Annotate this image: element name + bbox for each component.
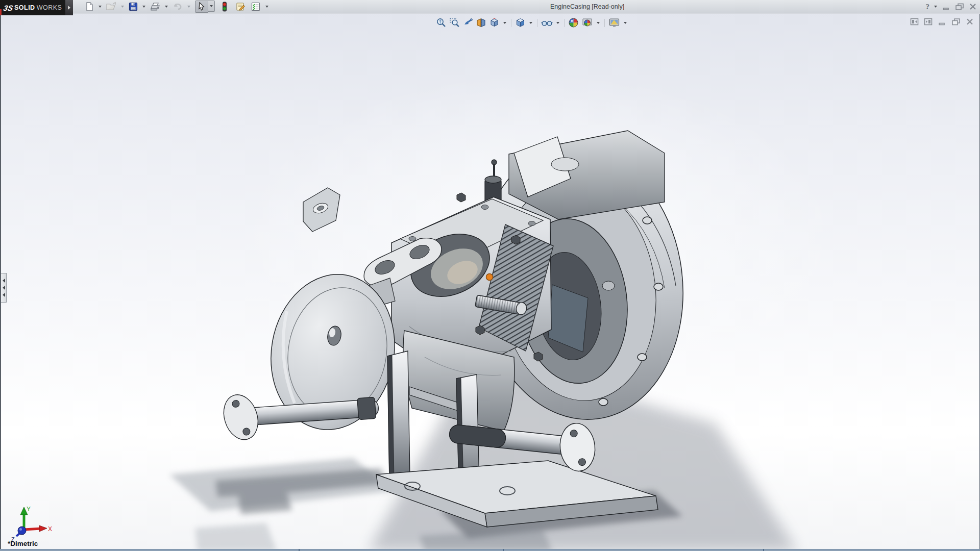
collapse-arrow-icon — [3, 293, 5, 297]
toolbar-separator — [511, 19, 511, 27]
collapse-arrow-icon — [3, 279, 5, 283]
reference-triad: Y X Z — [7, 505, 53, 543]
triad-x-label: X — [48, 525, 52, 533]
display-style-button[interactable] — [514, 17, 526, 29]
edit-appearance-button[interactable] — [568, 17, 579, 29]
graphics-area[interactable]: Y X Z *Dimetric — [0, 14, 980, 549]
status-bar-edge — [0, 549, 980, 551]
view-orientation-icon — [489, 17, 500, 28]
flyout-arrow-icon — [68, 6, 70, 10]
pane-toggle-right-button[interactable] — [924, 18, 933, 26]
eyeglasses-icon — [541, 17, 553, 28]
zoom-to-fit-icon — [436, 17, 447, 28]
collapse-arrow-icon — [3, 286, 5, 290]
brand-solid: SOLID — [14, 4, 35, 11]
zoom-to-area-icon — [449, 17, 460, 28]
engine-casing-model[interactable] — [1, 0, 980, 551]
previous-view-button[interactable] — [462, 17, 474, 29]
document-window-controls — [910, 18, 974, 26]
brand-mark: 3S — [3, 4, 14, 12]
upper-left-bracket — [303, 188, 340, 232]
logo-red-accent — [0, 9, 2, 15]
brand-works: WORKS — [37, 4, 62, 11]
section-view-icon — [476, 17, 486, 28]
hide-show-items-button[interactable] — [541, 17, 553, 29]
view-orientation-label: *Dimetric — [8, 540, 38, 547]
feature-manager-collapsed-tab[interactable] — [1, 273, 7, 303]
view-orientation-dropdown[interactable] — [503, 22, 506, 24]
apply-scene-dropdown[interactable] — [597, 22, 600, 24]
toolbar-separator — [537, 19, 537, 27]
solidworks-logo: 3S SOLIDWORKS — [0, 0, 65, 15]
heads-up-view-toolbar — [435, 17, 628, 29]
pane-toggle-left-button[interactable] — [910, 18, 919, 26]
view-settings-icon — [608, 17, 620, 28]
toolbar-flyout-button[interactable] — [65, 0, 73, 15]
apply-scene-icon — [581, 17, 593, 28]
triad-y-label: Y — [27, 506, 31, 513]
zoom-to-fit-button[interactable] — [435, 17, 447, 29]
zoom-to-area-button[interactable] — [449, 17, 460, 29]
view-settings-button[interactable] — [608, 17, 621, 29]
display-style-icon — [515, 17, 526, 28]
close-document-button[interactable] — [966, 18, 974, 26]
solidworks-window: 3S SOLIDWORKS — [0, 0, 980, 551]
view-settings-dropdown[interactable] — [624, 22, 627, 24]
toolbar-separator — [564, 19, 565, 27]
appearance-sphere-icon — [568, 17, 579, 28]
section-view-button[interactable] — [475, 17, 487, 29]
pane-splitter-tick — [299, 549, 300, 551]
restore-document-button[interactable] — [951, 18, 961, 26]
orange-vertex-marker[interactable] — [486, 274, 493, 281]
hide-show-items-dropdown[interactable] — [556, 22, 559, 24]
pane-splitter-tick — [503, 549, 504, 551]
view-orientation-button[interactable] — [488, 17, 500, 29]
minimize-document-button[interactable] — [938, 18, 946, 26]
display-style-dropdown[interactable] — [529, 22, 532, 24]
toolbar-separator — [604, 19, 605, 27]
previous-view-icon — [462, 17, 473, 28]
pane-splitter-tick — [763, 549, 764, 551]
apply-scene-button[interactable] — [581, 17, 594, 29]
